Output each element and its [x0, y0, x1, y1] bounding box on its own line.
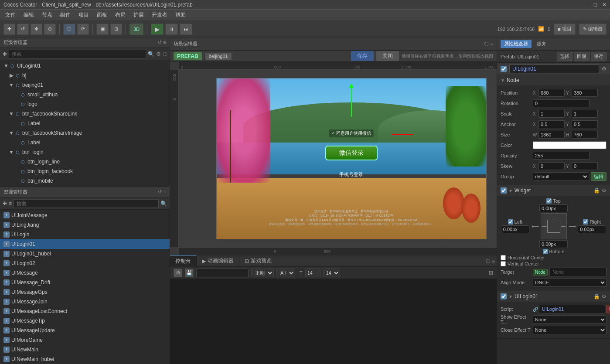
translate-btn[interactable]: ⬡: [63, 24, 75, 35]
right-input[interactable]: [578, 225, 606, 233]
tree-node-logo[interactable]: ⬡ logo: [0, 99, 170, 109]
uilogin01-gear-icon[interactable]: ⚙: [602, 293, 607, 299]
wechat-login-btn[interactable]: 微信登录: [325, 146, 378, 160]
collapse-icon[interactable]: ⬡: [163, 51, 167, 57]
uilogin01-lock-icon[interactable]: 🔒: [593, 293, 600, 299]
tree-node-share-image[interactable]: ▼ ⬡ btn_facebookShareImage: [0, 128, 170, 138]
top-input[interactable]: [539, 204, 568, 212]
asset-item-1[interactable]: f UILingJiang: [0, 220, 170, 230]
minimize-btn[interactable]: ─: [585, 2, 589, 8]
asset-item-7[interactable]: f UIMessage_Drift: [0, 278, 170, 287]
step-btn[interactable]: ⏭: [180, 24, 192, 35]
section-uilogin01-header[interactable]: ▼ UILogin01 🔒 ⚙: [497, 291, 610, 302]
editor-btn[interactable]: ✎ 编辑器: [579, 24, 607, 35]
left-checkbox[interactable]: [508, 219, 513, 225]
horizontal-center-checkbox[interactable]: [501, 255, 506, 260]
add-node-btn[interactable]: ✚: [3, 24, 15, 35]
vertical-center-checkbox[interactable]: [501, 261, 506, 266]
scene-canvas[interactable]: ✓ 同意用户使用微信 微信登录 手机号登录: [179, 70, 497, 247]
move-tool-btn[interactable]: ✥: [31, 24, 42, 35]
local-global-btn[interactable]: ⊕: [44, 24, 56, 35]
menu-file[interactable]: 文件: [2, 10, 19, 20]
asset-item-6[interactable]: f UIMessage: [0, 268, 170, 278]
3d-btn[interactable]: 3D: [129, 24, 143, 35]
anchor-x-input[interactable]: [538, 120, 565, 128]
tree-node-beijing01[interactable]: ▼ ⬡ beijing01: [0, 80, 170, 90]
hierarchy-refresh-icon[interactable]: ↺: [158, 40, 162, 45]
asset-item-4[interactable]: f UILogin01_hubei: [0, 249, 170, 259]
console-regex-select[interactable]: 正则: [251, 269, 274, 277]
hierarchy-search[interactable]: [9, 50, 146, 58]
tree-node-btn-login[interactable]: ▼ ⬡ btn_login: [0, 147, 170, 157]
size-h-input[interactable]: [572, 131, 598, 139]
console-clear-btn[interactable]: ⊗: [174, 269, 182, 277]
widget-lock-icon[interactable]: 🔒: [593, 187, 600, 194]
hierarchy-more-icon[interactable]: ≡: [164, 40, 166, 45]
script-input[interactable]: [539, 305, 605, 313]
position-x-input[interactable]: [538, 89, 565, 97]
rotation-input[interactable]: [533, 99, 590, 107]
scene-more-icon[interactable]: ≡: [490, 41, 493, 47]
tree-node-btn-facebook[interactable]: ⬡ btn_login_facebook: [0, 167, 170, 176]
prefab-save-btn[interactable]: 保存: [591, 52, 607, 61]
bottom-input[interactable]: [539, 240, 568, 248]
right-checkbox[interactable]: [583, 219, 588, 225]
maximize-btn[interactable]: □: [594, 2, 597, 8]
menu-layout[interactable]: 布局: [112, 10, 129, 20]
play-btn[interactable]: ▶: [151, 24, 164, 35]
skew-y-input[interactable]: [572, 162, 598, 170]
menu-edit[interactable]: 编辑: [20, 10, 37, 20]
asset-item-14[interactable]: f UINewMain: [0, 345, 170, 354]
asset-list-icon[interactable]: ≡: [9, 201, 12, 207]
tree-node-bj[interactable]: ▶ ⬡ bj: [0, 71, 170, 80]
group-edit-btn[interactable]: 编辑: [591, 172, 607, 181]
scene-close-btn[interactable]: 关闭: [376, 51, 399, 61]
tree-node-btn-line[interactable]: ⬡ btn_login_line: [0, 157, 170, 167]
console-copy-icon[interactable]: ⊞: [489, 270, 493, 276]
align-mode-select[interactable]: ONCE: [533, 278, 607, 287]
project-btn[interactable]: ■ 项目: [554, 24, 576, 35]
prefab-revert-btn[interactable]: 回退: [574, 52, 590, 61]
color-swatch[interactable]: [533, 141, 607, 149]
scale-x-input[interactable]: [538, 110, 565, 118]
menu-component[interactable]: 组件: [57, 10, 74, 20]
menu-node[interactable]: 节点: [38, 10, 56, 20]
console-expand-icon[interactable]: ⬡: [486, 258, 490, 264]
show-effect-select[interactable]: None: [533, 315, 607, 324]
asset-item-8[interactable]: f UIMessageGps: [0, 287, 170, 297]
widget-enable-checkbox[interactable]: [501, 187, 507, 194]
skew-x-input[interactable]: [538, 162, 565, 170]
console-level-select[interactable]: All: [276, 269, 295, 277]
menu-help[interactable]: 帮助: [172, 10, 189, 20]
group-select[interactable]: default: [533, 172, 589, 181]
node-gear-icon[interactable]: ⚙: [602, 66, 607, 72]
asset-item-9[interactable]: f UIMessageJoin: [0, 297, 170, 306]
settings-icon[interactable]: ⚙: [156, 51, 161, 57]
scene-expand-icon[interactable]: ⬡: [484, 41, 488, 47]
tree-node-small[interactable]: ⬡ small_xitihua: [0, 90, 170, 99]
node-name-input[interactable]: [509, 65, 599, 73]
menu-extend[interactable]: 扩展: [130, 10, 147, 20]
asset-item-12[interactable]: f UIMessageUpdate: [0, 326, 170, 335]
add-icon[interactable]: ✚: [3, 51, 7, 57]
opacity-input[interactable]: [533, 152, 590, 160]
scale-y-input[interactable]: [572, 110, 598, 118]
pause-btn[interactable]: ⏸: [165, 24, 178, 35]
font-size-input[interactable]: [305, 269, 320, 277]
scene-save-btn[interactable]: 保存: [351, 51, 374, 61]
scene-viewport[interactable]: 0 500 700 1,000 1,500 500 0: [170, 62, 497, 255]
console-more-icon[interactable]: ≡: [492, 258, 495, 264]
close-effect-select[interactable]: None: [533, 326, 607, 334]
section-node-header[interactable]: ▼ Node: [497, 75, 610, 85]
tab-console[interactable]: 控制台: [170, 255, 197, 267]
rect-btn[interactable]: ▣: [96, 24, 109, 35]
refresh-btn[interactable]: ↺: [17, 24, 29, 35]
tree-node-btn-mobile[interactable]: ⬡ btn_mobile: [0, 176, 170, 186]
anchor-y-input[interactable]: [572, 120, 598, 128]
asset-item-10[interactable]: f UIMessageLostConnect: [0, 306, 170, 316]
node-active-checkbox[interactable]: [501, 66, 507, 72]
anchor-btn[interactable]: ⊞: [110, 24, 122, 35]
asset-item-2[interactable]: f UILogin: [0, 230, 170, 239]
inspector-tab-service[interactable]: 服务: [533, 40, 550, 48]
inspector-tab-properties[interactable]: 属性检查器: [501, 40, 532, 48]
